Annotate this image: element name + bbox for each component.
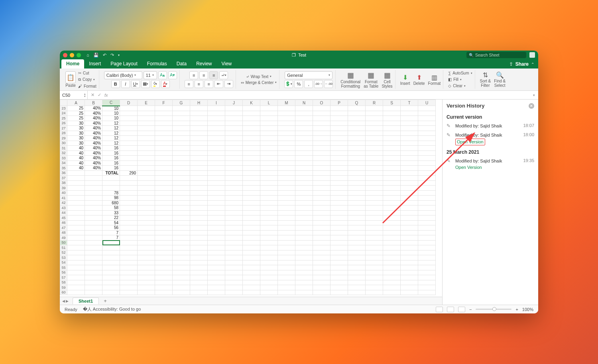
row-header-33[interactable]: 33 [60, 156, 67, 161]
cell-D40[interactable] [120, 190, 138, 196]
col-header-S[interactable]: S [383, 100, 401, 106]
cell-Q31[interactable] [348, 146, 366, 151]
cell-I37[interactable] [208, 176, 225, 181]
cell-K38[interactable] [243, 180, 260, 186]
row-header-49[interactable]: 49 [60, 235, 67, 241]
cell-A35[interactable]: 40 [67, 166, 85, 171]
cell-D47[interactable] [120, 225, 138, 231]
align-top-button[interactable]: ≡ [189, 71, 198, 79]
home-icon[interactable]: ⌂ [87, 53, 89, 57]
cell-J42[interactable] [225, 200, 243, 205]
row-header-55[interactable]: 55 [60, 265, 67, 270]
cell-T43[interactable] [401, 205, 418, 211]
increase-font-button[interactable]: A▴ [158, 71, 167, 79]
cell-M43[interactable] [278, 205, 295, 211]
cell-N26[interactable] [295, 121, 313, 126]
cell-R47[interactable] [366, 225, 383, 231]
cell-S55[interactable] [383, 265, 401, 270]
cell-A53[interactable] [67, 255, 85, 260]
cell-F32[interactable] [155, 151, 173, 156]
col-header-L[interactable]: L [260, 100, 278, 106]
cell-J40[interactable] [225, 190, 243, 196]
cell-L52[interactable] [260, 250, 278, 255]
cell-S51[interactable] [383, 245, 401, 250]
cell-H27[interactable] [190, 126, 208, 131]
cell-G45[interactable] [173, 215, 190, 221]
cell-K28[interactable] [243, 131, 260, 136]
align-right-button[interactable]: ≡ [205, 80, 213, 88]
col-header-I[interactable]: I [208, 100, 225, 106]
cell-Q48[interactable] [348, 230, 366, 235]
cell-H33[interactable] [190, 156, 208, 161]
cell-O23[interactable] [313, 106, 330, 111]
cell-M57[interactable] [278, 275, 295, 280]
cell-R51[interactable] [366, 245, 383, 250]
cell-S42[interactable] [383, 200, 401, 205]
cell-K23[interactable] [243, 106, 260, 111]
bold-button[interactable]: B [111, 80, 120, 88]
cell-A42[interactable] [67, 200, 85, 205]
cell-C32[interactable]: 16 [102, 151, 120, 156]
cell-F27[interactable] [155, 126, 173, 131]
cell-A46[interactable] [67, 220, 85, 225]
cell-C38[interactable] [102, 180, 120, 186]
cell-F55[interactable] [155, 265, 173, 270]
cell-E45[interactable] [138, 215, 155, 221]
minimize-window-button[interactable] [70, 53, 74, 57]
cell-M33[interactable] [278, 156, 295, 161]
cell-L33[interactable] [260, 156, 278, 161]
cell-C51[interactable] [102, 245, 120, 250]
cell-G26[interactable] [173, 121, 190, 126]
cell-F46[interactable] [155, 220, 173, 225]
row-header-57[interactable]: 57 [60, 275, 67, 280]
row-header-59[interactable]: 59 [60, 285, 67, 290]
cell-B44[interactable] [85, 210, 102, 215]
cell-I57[interactable] [208, 275, 225, 280]
cell-E46[interactable] [138, 220, 155, 225]
col-header-Q[interactable]: Q [348, 100, 366, 106]
cell-N39[interactable] [295, 186, 313, 191]
cell-C24[interactable]: 10 [102, 111, 120, 116]
cell-N55[interactable] [295, 265, 313, 270]
normal-view-button[interactable] [436, 307, 443, 312]
underline-button[interactable]: U▾ [131, 80, 140, 88]
cell-E31[interactable] [138, 146, 155, 151]
cell-H49[interactable] [190, 235, 208, 241]
cell-I23[interactable] [208, 106, 225, 111]
cell-T32[interactable] [401, 151, 418, 156]
cell-I29[interactable] [208, 136, 225, 141]
cell-E41[interactable] [138, 196, 155, 201]
cell-M46[interactable] [278, 220, 295, 225]
cell-E28[interactable] [138, 131, 155, 136]
cell-U57[interactable] [418, 275, 436, 280]
cell-G44[interactable] [173, 210, 190, 215]
align-bottom-button[interactable]: ≡ [209, 71, 218, 79]
cell-K36[interactable] [243, 170, 260, 176]
cell-G41[interactable] [173, 196, 190, 201]
cell-H34[interactable] [190, 160, 208, 166]
cell-K27[interactable] [243, 126, 260, 131]
cell-D56[interactable] [120, 270, 138, 275]
cell-G50[interactable] [173, 240, 190, 245]
cell-P46[interactable] [330, 220, 348, 225]
cell-U56[interactable] [418, 270, 436, 275]
cell-I44[interactable] [208, 210, 225, 215]
cell-B38[interactable] [85, 180, 102, 186]
tab-insert[interactable]: Insert [84, 59, 106, 68]
cell-A32[interactable]: 40 [67, 151, 85, 156]
cell-O40[interactable] [313, 190, 330, 196]
cell-N36[interactable] [295, 170, 313, 176]
cell-K48[interactable] [243, 230, 260, 235]
row-header-50[interactable]: 50 [60, 240, 67, 245]
cell-N24[interactable] [295, 111, 313, 116]
cell-I56[interactable] [208, 270, 225, 275]
cell-N43[interactable] [295, 205, 313, 211]
cell-L41[interactable] [260, 196, 278, 201]
cell-J36[interactable] [225, 170, 243, 176]
cell-A57[interactable] [67, 275, 85, 280]
row-header-24[interactable]: 24 [60, 111, 67, 116]
cell-N31[interactable] [295, 146, 313, 151]
italic-button[interactable]: I [121, 80, 130, 88]
cell-F39[interactable] [155, 186, 173, 191]
cell-U39[interactable] [418, 186, 436, 191]
